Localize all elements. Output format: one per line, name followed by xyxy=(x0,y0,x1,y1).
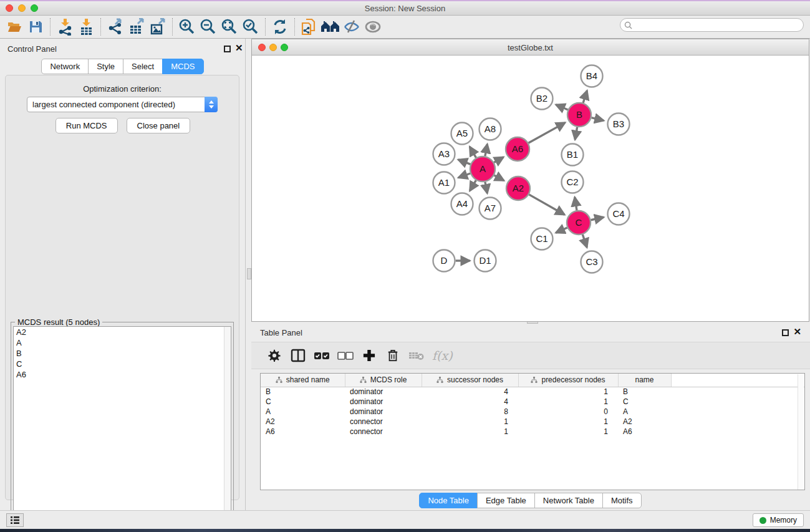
table-cell[interactable]: dominator xyxy=(345,407,422,417)
graph-edge-A-A6[interactable] xyxy=(494,157,503,163)
tab-select[interactable]: Select xyxy=(123,59,163,74)
table-cell[interactable]: A xyxy=(618,407,671,417)
mcds-result-item[interactable]: B xyxy=(14,348,231,359)
mcds-result-item[interactable]: A2 xyxy=(14,327,231,337)
table-cell[interactable]: A6 xyxy=(618,427,671,437)
criterion-dropdown[interactable]: largest connected component (directed) xyxy=(27,97,218,112)
table-row[interactable]: Adominator80A xyxy=(261,407,804,417)
tab-node-table[interactable]: Node Table xyxy=(419,493,478,508)
export-network-icon[interactable] xyxy=(105,17,126,36)
memory-button[interactable]: Memory xyxy=(753,513,804,527)
table-cell[interactable]: A2 xyxy=(261,417,345,427)
table-cell[interactable]: A6 xyxy=(261,427,345,437)
table-cell[interactable]: 1 xyxy=(518,417,618,427)
deselect-all-icon[interactable] xyxy=(334,346,357,365)
table-cell[interactable]: A2 xyxy=(618,417,671,427)
mcds-result-item[interactable]: A xyxy=(14,337,231,348)
mcds-result-item[interactable]: A6 xyxy=(14,369,231,380)
table-cell[interactable]: 4 xyxy=(422,397,518,407)
table-cell[interactable]: connector xyxy=(345,427,422,437)
open-file-icon[interactable] xyxy=(4,17,25,36)
settings-gear-icon[interactable] xyxy=(263,346,286,365)
float-panel-icon[interactable] xyxy=(224,46,231,52)
tab-motifs[interactable]: Motifs xyxy=(602,493,642,508)
graph-edge-B-B2[interactable] xyxy=(556,105,567,110)
graph-edge-A-A5[interactable] xyxy=(470,147,476,158)
search-input[interactable] xyxy=(620,18,804,32)
graph-edge-A-A1[interactable] xyxy=(458,173,470,178)
tab-mcds[interactable]: MCDS xyxy=(162,59,203,74)
table-cell[interactable]: 1 xyxy=(422,427,518,437)
select-all-icon[interactable] xyxy=(310,346,334,365)
graph-edge-B-B3[interactable] xyxy=(591,118,604,121)
zoom-in-icon[interactable] xyxy=(176,17,198,36)
column-header-mcds-role[interactable]: MCDS role xyxy=(345,374,422,387)
export-image-icon[interactable] xyxy=(147,17,168,36)
graph-edge-C-C2[interactable] xyxy=(575,197,577,210)
column-header-name[interactable]: name xyxy=(618,374,671,387)
close-panel-button[interactable]: Close panel xyxy=(127,118,191,133)
table-cell[interactable]: A xyxy=(261,407,345,417)
zoom-out-icon[interactable] xyxy=(198,17,219,36)
table-scrollbar[interactable] xyxy=(798,374,804,490)
show-graphics-eye-icon[interactable] xyxy=(362,17,383,36)
float-panel-icon[interactable] xyxy=(782,329,789,336)
import-network-icon[interactable] xyxy=(54,17,75,36)
table-cell[interactable]: dominator xyxy=(345,397,422,407)
export-table-icon[interactable] xyxy=(126,17,147,36)
graph-edge-C-C4[interactable] xyxy=(591,217,604,220)
network-canvas[interactable]: B4B2BB3A5A8A6A3B1AA1C2A2A4A7C4CC1C3DD1 xyxy=(252,56,809,321)
vertical-split-handle[interactable] xyxy=(247,268,251,279)
table-cell[interactable]: B xyxy=(618,387,671,397)
delete-column-icon[interactable] xyxy=(381,346,405,365)
graph-edge-A-A8[interactable] xyxy=(485,144,488,156)
graph-edge-A-A3[interactable] xyxy=(458,160,471,165)
graph-edge-A-A2[interactable] xyxy=(494,175,504,181)
table-cell[interactable]: 8 xyxy=(422,407,518,417)
refresh-view-icon[interactable] xyxy=(269,17,291,36)
table-cell[interactable]: 1 xyxy=(518,427,618,437)
tab-style[interactable]: Style xyxy=(88,59,123,74)
table-cell[interactable]: B xyxy=(261,387,345,397)
table-row[interactable]: A6connector11A6 xyxy=(261,427,804,437)
table-cell[interactable]: 0 xyxy=(518,407,618,417)
toggle-column-panel-icon[interactable] xyxy=(286,346,310,365)
table-cell[interactable]: C xyxy=(618,397,671,407)
dropdown-stepper-icon[interactable] xyxy=(205,97,218,112)
import-table-icon[interactable] xyxy=(75,17,97,36)
table-cell[interactable]: C xyxy=(261,397,345,407)
graph-edge-A-A7[interactable] xyxy=(485,182,487,193)
graph-edge-C-C1[interactable] xyxy=(556,228,567,233)
tab-edge-table[interactable]: Edge Table xyxy=(477,493,535,508)
table-row[interactable]: Bdominator41B xyxy=(261,387,804,397)
graph-edge-B-B4[interactable] xyxy=(583,90,587,103)
graph-edge-C-C3[interactable] xyxy=(582,235,587,248)
column-header-successor-nodes[interactable]: successor nodes xyxy=(422,374,518,387)
clone-network-icon[interactable] xyxy=(299,17,320,36)
save-session-icon[interactable] xyxy=(25,17,46,36)
column-header-predecessor-nodes[interactable]: predecessor nodes xyxy=(518,374,618,387)
zoom-fit-icon[interactable] xyxy=(219,17,240,36)
network-window-titlebar[interactable]: testGlobe.txt xyxy=(252,39,809,56)
tab-network[interactable]: Network xyxy=(41,59,89,74)
tab-network-table[interactable]: Network Table xyxy=(534,493,603,508)
graph-edge-A-A4[interactable] xyxy=(470,180,476,191)
mcds-result-item[interactable]: C xyxy=(14,359,231,369)
add-column-icon[interactable] xyxy=(357,346,381,365)
close-panel-icon[interactable]: ✕ xyxy=(235,42,243,54)
table-row[interactable]: Cdominator41C xyxy=(261,397,804,407)
table-cell[interactable]: 4 xyxy=(422,387,518,397)
hide-graphics-icon[interactable] xyxy=(341,17,362,36)
table-cell[interactable]: 1 xyxy=(518,397,618,407)
column-header-shared-name[interactable]: shared name xyxy=(261,374,345,387)
zoom-selected-icon[interactable] xyxy=(240,17,261,36)
mcds-result-list[interactable]: A2ABCA6 xyxy=(13,326,231,530)
task-history-button[interactable] xyxy=(6,513,24,527)
table-cell[interactable]: dominator xyxy=(345,387,422,397)
table-cell[interactable]: 1 xyxy=(518,387,618,397)
table-cell[interactable]: 1 xyxy=(422,417,518,427)
close-panel-icon[interactable]: ✕ xyxy=(793,326,801,337)
table-row[interactable]: A2connector11A2 xyxy=(261,417,804,427)
list-scrollbar[interactable] xyxy=(224,327,231,530)
graph-edge-A2-C[interactable] xyxy=(529,195,564,215)
